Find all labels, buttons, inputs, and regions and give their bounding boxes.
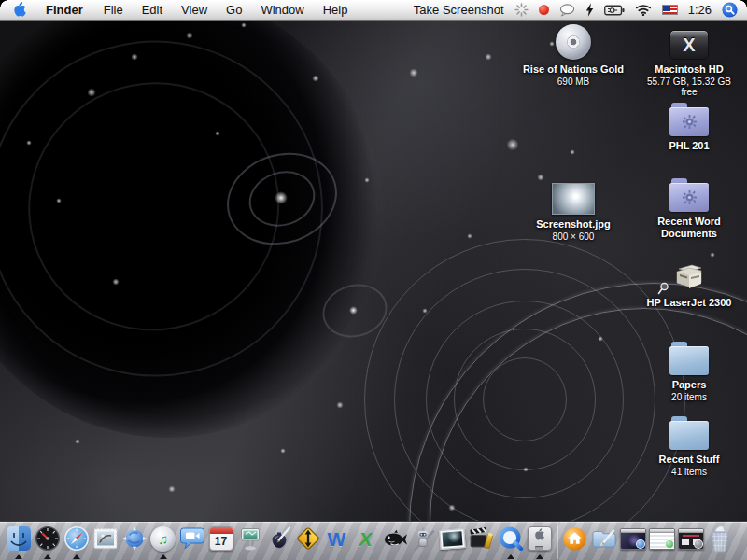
bolt-icon[interactable] [585, 3, 594, 17]
dock-item-photo-viewer[interactable] [438, 522, 467, 559]
record-icon[interactable] [539, 5, 549, 15]
hard-drive-icon: X [669, 30, 709, 60]
wallpaper-sparkle [26, 140, 32, 146]
dock-item-dashboard[interactable] [33, 522, 62, 559]
photo-icon [439, 528, 465, 550]
dock-item-safari[interactable] [62, 522, 91, 559]
running-indicator [160, 554, 167, 559]
desktop-icon-screenshot[interactable]: Screenshot.jpg 747 × 560 [522, 179, 625, 242]
desktop-icon-info: 747 × 560 [522, 231, 625, 242]
wallpaper-sparkle [215, 131, 220, 136]
wallpaper-sparkle [168, 485, 176, 493]
dock-item-pages[interactable] [264, 522, 293, 559]
menu-clock[interactable]: 1:26 [688, 3, 712, 17]
system-preferences-icon [528, 526, 552, 551]
dock-item-automator[interactable] [409, 522, 438, 559]
desktop-icon-macintosh-hd[interactable]: X Macintosh HD 55.77 GB, 15.32 GB free [638, 24, 740, 97]
desktop-icon-info: 41 items [638, 467, 740, 477]
dock-item-finder[interactable] [4, 522, 33, 559]
desktop-icon-phl-201[interactable]: PHL 201 [638, 101, 740, 152]
dock-item-ical[interactable]: 17 [206, 522, 235, 559]
dock-item-itunes[interactable]: ♫ [148, 522, 177, 559]
dock-item-imovie[interactable] [467, 522, 496, 559]
minimized-window-thumbnail [649, 528, 675, 550]
menu-edit[interactable]: Edit [133, 0, 172, 20]
menu-bar-left: Finder File Edit View Go Window Help [0, 0, 357, 20]
dock-item-isync[interactable] [293, 522, 322, 559]
dock-item-minimized-window-3[interactable] [676, 522, 705, 559]
menu-bar: Finder File Edit View Go Window Help Tak… [0, 0, 747, 21]
menu-view[interactable]: View [172, 0, 217, 20]
apple-logo-icon [13, 2, 27, 18]
dock: ♫ 17 [0, 521, 747, 560]
desktop-icon-recent-stuff[interactable]: Recent Stuff 41 items [638, 414, 740, 477]
us-flag-icon[interactable] [662, 5, 678, 15]
wallpaper-sparkle [131, 53, 138, 61]
dock-item-ichat[interactable] [177, 522, 206, 559]
desktop-icon-info: 690 MB [522, 77, 625, 87]
word-w-glyph: W [328, 529, 346, 549]
excel-x-glyph: X [359, 529, 372, 549]
dock-separator [557, 522, 557, 559]
dock-item-applications-folder[interactable] [589, 522, 618, 559]
printer-icon [668, 261, 711, 293]
smart-folder-icon [669, 183, 709, 212]
dock-item-quicktime[interactable] [496, 522, 525, 559]
dock-item-fish-game[interactable] [380, 522, 409, 559]
dock-item-internet-globe[interactable] [120, 522, 148, 559]
wallpaper-sparkle [312, 75, 319, 82]
wallpaper-sparkle [186, 32, 193, 39]
desktop-icon-hp-laserjet[interactable]: HP LaserJet 2300 [638, 258, 740, 309]
wifi-icon[interactable] [635, 4, 652, 16]
menu-go[interactable]: Go [217, 0, 251, 20]
wallpaper-sparkle [422, 308, 428, 314]
dock-item-keynote[interactable] [235, 522, 264, 559]
dock-item-mail[interactable] [91, 522, 120, 559]
take-screenshot-menu[interactable]: Take Screenshot [414, 3, 504, 17]
spotlight-icon[interactable] [722, 2, 738, 18]
dock-item-trash[interactable] [705, 522, 734, 559]
desktop-icon-rise-of-nations[interactable]: Rise of Nations Gold 690 MB [522, 24, 625, 87]
desktop-icon-recent-word-documents[interactable]: Recent Word Documents [638, 176, 740, 240]
desktop-icon-label: Macintosh HD [638, 63, 740, 76]
dock-item-system-preferences[interactable] [525, 522, 554, 559]
dock-item-minimized-window-1[interactable] [618, 522, 647, 559]
gear-icon [683, 115, 697, 129]
gauge-icon [35, 525, 61, 552]
presentation-screen-icon [237, 525, 263, 552]
menu-help[interactable]: Help [314, 0, 358, 20]
menu-file[interactable]: File [94, 0, 133, 20]
dock-item-minimized-window-2[interactable] [647, 522, 676, 559]
battery-icon[interactable] [604, 5, 625, 16]
desktop-icon-label: PHL 201 [638, 140, 740, 152]
wallpaper-sparkle [336, 401, 344, 409]
wallpaper-sparkle [87, 88, 96, 97]
wallpaper-sparkle [448, 504, 456, 511]
running-indicator [44, 554, 51, 559]
wallpaper-sparkle [56, 198, 62, 203]
calendar-icon: 17 [209, 526, 233, 551]
dock-item-word[interactable]: W [322, 522, 351, 559]
spinner-icon[interactable] [514, 3, 529, 17]
dock-item-excel[interactable]: X [351, 522, 380, 559]
desktop-wallpaper [0, 0, 747, 560]
wallpaper-sparkle [598, 336, 603, 342]
dock-item-home[interactable] [560, 522, 589, 559]
desktop-icon-label: Recent Stuff [638, 454, 740, 466]
cd-icon [556, 24, 591, 60]
fish-icon [382, 525, 408, 552]
wallpaper-sparkle [506, 138, 519, 151]
light-switch-glyph [535, 546, 543, 550]
chat-bubble-icon[interactable] [559, 4, 575, 17]
quicktime-q-icon [498, 525, 524, 552]
wallpaper-sparkle [570, 149, 575, 155]
running-indicator [507, 554, 514, 559]
wallpaper-sparkle [241, 22, 247, 28]
menu-window[interactable]: Window [251, 0, 313, 20]
desktop-icon-papers[interactable]: Papers 20 items [638, 340, 740, 402]
desktop-icon-label: HP LaserJet 2300 [638, 297, 740, 309]
menu-finder[interactable]: Finder [36, 0, 94, 20]
smart-folder-icon [669, 107, 709, 136]
clapperboard-megaphone-icon [469, 525, 495, 552]
road-sign-sync-icon [295, 525, 321, 552]
